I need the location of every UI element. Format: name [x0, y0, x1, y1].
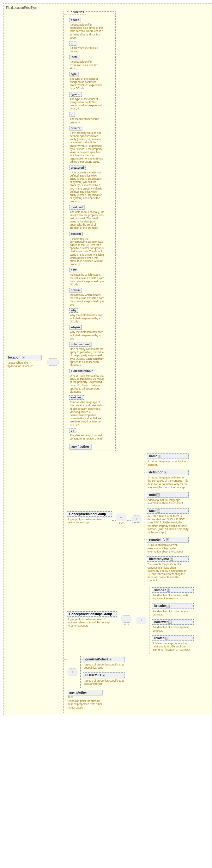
element-label: hierarchyInfo: [149, 557, 169, 561]
attribute-item: whyuriWhy the metadata has been included…: [69, 325, 113, 342]
root-element-desc: A place where the organisation is locate…: [6, 360, 41, 369]
element-node[interactable]: related+: [152, 636, 194, 641]
attribute-item: howuriIndicates by which means the value…: [69, 288, 113, 308]
element-desc: A related concept, where the relationshi…: [152, 641, 194, 653]
sequence-compositor[interactable]: ···: [121, 615, 132, 623]
connector-line: [132, 622, 136, 622]
attributes-box: attributes qcodeA concept identifier exp…: [67, 11, 116, 451]
attribute-item: creatorIf the property value is not defi…: [69, 126, 113, 165]
attribute-item: xml:langSpecifies the language of this p…: [69, 395, 113, 429]
connector-line: [112, 520, 116, 521]
attribute-desc: A concept identifier expressed as a stri…: [69, 22, 105, 41]
cardinality-label: 0..∞: [119, 521, 124, 524]
element-desc: Represents the position of a concept in …: [147, 562, 189, 584]
element-node[interactable]: geoAreaDetails+: [83, 657, 125, 662]
complex-type-container: FlexLocationPropType location − A place …: [3, 3, 212, 715]
plus-icon: +: [164, 471, 167, 474]
attribute-item: customIf set to true the corresponding p…: [69, 231, 113, 268]
attribute-node[interactable]: whyuri: [69, 325, 81, 330]
plus-icon: +: [156, 493, 160, 496]
attribute-node[interactable]: why: [69, 308, 78, 313]
connector-line: [127, 520, 131, 521]
concept-definition-group-node[interactable]: ConceptDefinitionGroup −: [67, 512, 112, 517]
concept-definition-group-desc: A group of properties required to define…: [67, 517, 112, 526]
element-node[interactable]: note+: [147, 492, 189, 497]
element-node[interactable]: broader+: [152, 603, 194, 609]
cardinality-label: 0..∞: [124, 623, 129, 626]
attribute-item: creatoruriIf the property value is not d…: [69, 165, 113, 205]
element-node[interactable]: facet+: [147, 508, 189, 514]
attribute-item: pubconstrainturiOne or many constraints …: [69, 369, 113, 395]
attribute-desc: Why the metadata has been included - exp…: [69, 313, 105, 325]
attribute-desc: One or many constraints that apply to pu…: [69, 346, 105, 369]
choice-compositor[interactable]: ⫴: [67, 668, 78, 676]
attribute-node[interactable]: pubconstraint: [69, 342, 91, 346]
element-node[interactable]: hierarchyInfo+: [147, 556, 189, 562]
attribute-desc: One or many constraints that apply to pu…: [69, 373, 105, 395]
element-label: related: [154, 637, 165, 640]
choice-compositor[interactable]: ⫴: [131, 515, 142, 523]
element-desc: Additional natural language information …: [147, 497, 189, 507]
element-label: name: [149, 455, 157, 458]
attribute-desc: If set to true the corresponding propert…: [69, 236, 105, 268]
plus-icon: +: [170, 558, 173, 561]
element-node[interactable]: narrower+: [152, 619, 194, 625]
attribute-desc: A URI which identifies a concept.: [69, 45, 105, 55]
expand-icon: −: [113, 612, 115, 616]
element-label: sameAs: [154, 588, 166, 592]
choice-compositor[interactable]: ⫴: [136, 617, 147, 624]
sequence-compositor[interactable]: ···: [47, 358, 59, 366]
attribute-node[interactable]: pubconstrainturi: [69, 369, 95, 373]
complex-type-name: FlexLocationPropType: [5, 5, 212, 11]
any-other-element-node[interactable]: any ##other: [67, 690, 102, 695]
attribute-node[interactable]: typeuri: [69, 92, 82, 96]
sequence-compositor[interactable]: ···: [116, 514, 127, 521]
any-other-attr-node[interactable]: any ##other: [69, 444, 91, 450]
attribute-item: whyWhy the metadata has been included - …: [69, 308, 113, 325]
attribute-node[interactable]: literal: [69, 55, 80, 59]
plus-icon: +: [166, 538, 169, 541]
element-node[interactable]: definition+: [147, 470, 189, 475]
element-label: facet: [149, 509, 156, 513]
attribute-node[interactable]: creator: [69, 126, 82, 130]
any-other-desc: Extension point for provider-defined pro…: [67, 699, 102, 711]
attribute-node[interactable]: type: [69, 72, 78, 76]
plus-icon: +: [165, 637, 168, 640]
attribute-desc: The directionality of textual content (e…: [69, 433, 105, 442]
element-desc: In NAR 1.8 and later, facet is deprecate…: [147, 514, 189, 536]
attribute-item: literalA concept identifier expressed as…: [69, 55, 113, 72]
concept-relationships-group-desc: A group of properties required to indica…: [67, 617, 112, 629]
plus-icon: +: [158, 455, 161, 458]
attribute-item: pubconstraintOne or many constraints tha…: [69, 342, 113, 369]
element-node[interactable]: remoteInfo+: [147, 537, 189, 542]
element-desc: A natural language name for the concept.: [147, 459, 189, 468]
cardinality-label: 0..∞: [67, 695, 102, 699]
attribute-node[interactable]: dir: [69, 429, 76, 433]
attribute-item: typeThe type of the concept assigned as …: [69, 72, 113, 92]
attribute-node[interactable]: howuri: [69, 288, 82, 292]
element-label: POIDetails: [85, 673, 101, 677]
element-desc: A natural language definition of the sem…: [147, 475, 189, 491]
attribute-node[interactable]: how: [69, 268, 78, 272]
connector-line: [117, 622, 121, 622]
element-node[interactable]: sameAs+: [152, 587, 194, 593]
element-label: broader: [154, 604, 166, 608]
element-node[interactable]: POIDetails+: [83, 673, 125, 678]
element-node[interactable]: name+: [147, 454, 189, 459]
attribute-item: modifiedThe date (and, optionally, the t…: [69, 205, 113, 231]
attribute-desc: Why the metadata has been included - exp…: [69, 330, 105, 342]
connector-line: [42, 362, 47, 362]
element-label: remoteInfo: [149, 538, 166, 541]
attribute-node[interactable]: uri: [69, 41, 76, 45]
concept-relationships-group-node[interactable]: ConceptRelationshipsGroup −: [67, 611, 117, 617]
plus-icon: +: [109, 658, 112, 661]
attribute-node[interactable]: qcode: [69, 18, 81, 22]
attribute-node[interactable]: creatoruri: [69, 165, 85, 170]
attribute-node[interactable]: id: [69, 112, 75, 117]
root-element-node[interactable]: location −: [6, 355, 41, 360]
plus-icon: +: [167, 589, 170, 592]
attribute-node[interactable]: custom: [69, 231, 82, 236]
attribute-node[interactable]: modified: [69, 205, 84, 210]
attribute-node[interactable]: xml:lang: [69, 395, 84, 400]
element-desc: A group of properties specific to a geop…: [83, 662, 125, 671]
